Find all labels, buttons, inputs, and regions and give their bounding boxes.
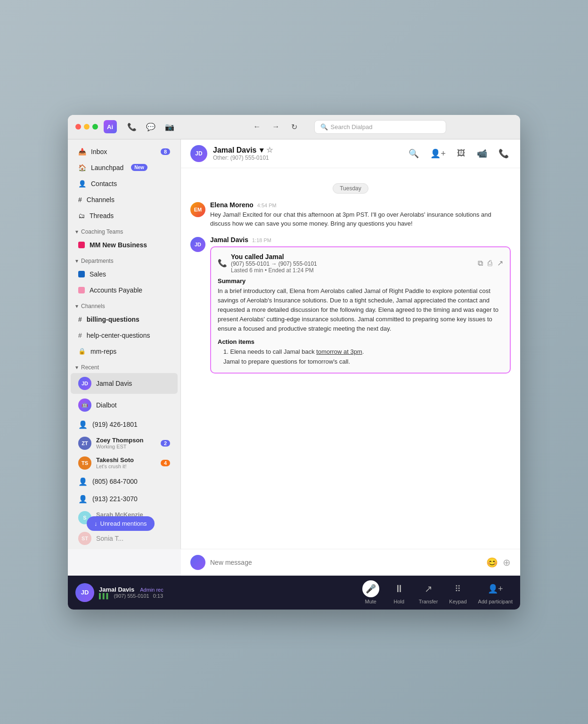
sidebar-item-contacts[interactable]: 👤 Contacts — [71, 176, 178, 191]
share-call-button[interactable]: ⎙ — [488, 259, 492, 268]
phone-icon[interactable]: 📞 — [124, 121, 139, 133]
mute-action[interactable]: 🎤 Mute — [362, 580, 379, 604]
phone-3-label: (913) 221-3070 — [92, 495, 138, 503]
maximize-button[interactable] — [92, 124, 98, 130]
channels-section-header[interactable]: ▾ Channels — [68, 298, 180, 311]
channels-label: Channels — [87, 196, 114, 203]
attach-button[interactable]: ⊕ — [503, 557, 511, 568]
close-button[interactable] — [75, 124, 81, 130]
person-icon-1: 👤 — [78, 420, 88, 429]
copy-call-button[interactable]: ⧉ — [478, 259, 483, 268]
search-chat-button[interactable]: 🔍 — [407, 146, 421, 161]
add-participant-action[interactable]: 👤+ Add participant — [478, 580, 513, 604]
elena-avatar: EM — [190, 202, 205, 217]
sidebar-item-zoey[interactable]: ZT Zoey Thompson Working EST 2 — [71, 434, 178, 453]
mm-color-block — [78, 242, 85, 248]
sidebar-item-accounts-payable[interactable]: Accounts Payable — [71, 283, 178, 298]
ap-color-block — [78, 287, 85, 293]
star-icon[interactable]: ☆ — [266, 146, 273, 155]
sidebar-item-phone-2[interactable]: 👤 (805) 684-7000 — [71, 473, 178, 490]
sales-color-block — [78, 271, 85, 277]
keypad-action[interactable]: ⠿ Keypad — [449, 580, 466, 604]
sidebar-item-sales[interactable]: Sales — [71, 267, 178, 282]
emoji-button[interactable]: 😊 — [486, 557, 498, 568]
unread-mentions-label: Unread mentions — [100, 520, 147, 527]
message-input[interactable] — [210, 559, 482, 566]
back-button[interactable]: ← — [250, 121, 265, 133]
traffic-lights — [75, 124, 98, 130]
forward-button[interactable]: → — [269, 121, 284, 133]
departments-label: Departments — [81, 258, 114, 264]
chevron-down-icon-header[interactable]: ▾ — [260, 146, 263, 155]
sonia-avatar: ST — [78, 532, 91, 545]
action-item-1: 1. Elena needs to call Jamal back tomorr… — [223, 347, 503, 357]
sidebar-item-phone-3[interactable]: 👤 (913) 221-3070 — [71, 491, 178, 507]
unread-mentions-button[interactable]: ↓ Unread mentions — [87, 516, 155, 531]
image-button[interactable]: 🖼 — [455, 146, 467, 161]
jamal-time: 1:18 PM — [252, 237, 271, 243]
channels-section-label: Channels — [81, 303, 105, 309]
video-call-button[interactable]: 📹 — [475, 146, 489, 161]
sidebar-item-jamal-davis[interactable]: JD Jamal Davis — [71, 373, 178, 394]
refresh-button[interactable]: ↻ — [287, 121, 301, 133]
takeshi-sub: Let's crush it! — [96, 464, 156, 469]
elena-message: EM Elena Moreno 4:54 PM Hey Jamal! Excit… — [190, 201, 511, 228]
channels-icon: # — [78, 196, 82, 203]
call-card-info: You called Jamal (907) 555-0101 → (907) … — [231, 253, 317, 274]
call-actions: 🎤 Mute ⏸ Hold ↗ Transfer ⠿ Keypad 👤+ Add… — [362, 580, 513, 604]
phone-call-button[interactable]: 📞 — [497, 146, 511, 161]
person-icon-3: 👤 — [78, 495, 88, 504]
video-icon[interactable]: 📷 — [162, 121, 177, 133]
hash-icon-help: # — [78, 332, 82, 339]
sidebar-item-help-center[interactable]: # help-center-questions — [71, 328, 178, 343]
call-card-route: (907) 555-0101 → (907) 555-0101 — [231, 260, 317, 267]
hold-label: Hold — [393, 599, 404, 604]
minimize-button[interactable] — [84, 124, 90, 130]
sidebar-item-mm-new-business[interactable]: MM New Business — [71, 237, 178, 252]
date-divider: Tuesday — [190, 183, 511, 194]
chat-header-avatar: JD — [190, 145, 207, 162]
chat-header-info: Jamal Davis ▾ ☆ Other: (907) 555-0101 — [213, 146, 401, 161]
mute-icon: 🎤 — [362, 580, 379, 597]
sidebar-item-channels[interactable]: # Channels — [71, 192, 178, 207]
chat-body: Tuesday EM Elena Moreno 4:54 PM Hey Jama… — [181, 168, 520, 549]
sales-label: Sales — [90, 270, 106, 278]
call-card-title: You called Jamal — [231, 253, 317, 260]
signal-icon: ▌▌▌ — [99, 593, 110, 599]
takeshi-badge: 4 — [161, 460, 170, 466]
action-item-1-link: tomorrow at 3pm — [316, 348, 362, 355]
titlebar-nav: 📞 💬 📷 — [124, 121, 177, 133]
chat-icon[interactable]: 💬 — [143, 121, 158, 133]
sidebar-item-threads[interactable]: 🗂 Threads — [71, 208, 178, 223]
open-call-button[interactable]: ↗ — [497, 259, 503, 268]
transfer-action[interactable]: ↗ Transfer — [419, 580, 438, 604]
takeshi-avatar: TS — [78, 456, 91, 470]
sidebar-item-inbox[interactable]: 📥 Inbox 8 — [71, 144, 178, 159]
call-card: 📞 You called Jamal (907) 555-0101 → (907… — [210, 246, 511, 374]
chat-header-sub: Other: (907) 555-0101 — [213, 155, 401, 161]
sidebar-item-sonia[interactable]: ST Sonia T... — [71, 528, 178, 549]
chat-header-name: Jamal Davis ▾ ☆ — [213, 146, 401, 155]
titlebar: Ai 📞 💬 📷 ← → ↻ 🔍 Search Dialpad — [68, 115, 520, 139]
zoey-avatar: ZT — [78, 437, 91, 450]
sidebar-item-mm-reps[interactable]: 🔒 mm-reps — [71, 344, 178, 359]
inbox-label: Inbox — [91, 148, 107, 155]
recent-section-header[interactable]: ▾ Recent — [68, 359, 180, 373]
departments-section-header[interactable]: ▾ Departments — [68, 253, 180, 266]
threads-label: Threads — [90, 212, 114, 220]
sidebar-item-billing-questions[interactable]: # billing-questions — [71, 312, 178, 327]
sidebar-item-dialbot[interactable]: 🤖 Dialbot — [71, 395, 178, 415]
sidebar-item-takeshi[interactable]: TS Takeshi Soto Let's crush it! 4 — [71, 454, 178, 472]
chevron-down-icon: ▾ — [75, 228, 78, 235]
sidebar-item-phone-1[interactable]: 👤 (919) 426-1801 — [71, 416, 178, 433]
chat-header: JD Jamal Davis ▾ ☆ Other: (907) 555-0101… — [181, 139, 520, 168]
coaching-section-header[interactable]: ▾ Coaching Teams — [68, 224, 180, 237]
sonia-label: Sonia T... — [96, 535, 123, 542]
mute-label: Mute — [365, 599, 376, 604]
global-search[interactable]: 🔍 Search Dialpad — [314, 120, 446, 134]
search-icon: 🔍 — [320, 123, 328, 130]
hold-action[interactable]: ⏸ Hold — [391, 580, 408, 604]
add-contact-button[interactable]: 👤+ — [428, 146, 448, 161]
transfer-icon: ↗ — [420, 580, 437, 597]
sidebar-item-launchpad[interactable]: 🏠 Launchpad New — [71, 160, 178, 175]
